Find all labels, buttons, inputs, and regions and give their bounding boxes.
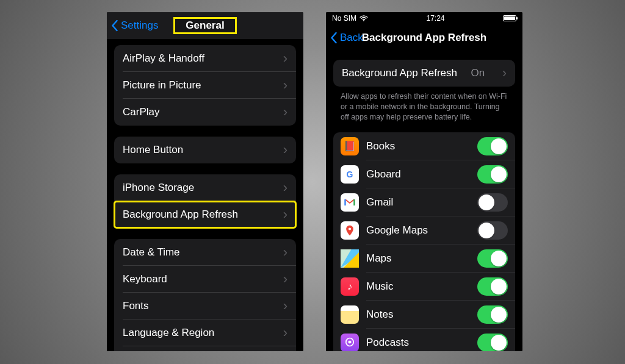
settings-list[interactable]: AirPlay & Handoff›Picture in Picture›Car… xyxy=(107,39,303,351)
notes-icon xyxy=(341,305,359,324)
gmail-icon xyxy=(341,193,359,212)
row-label: Background App Refresh xyxy=(123,209,238,221)
settings-row[interactable]: iPhone Storage› xyxy=(114,174,296,201)
toggle-switch[interactable] xyxy=(477,221,508,240)
app-label: Google Maps xyxy=(366,224,428,237)
settings-row[interactable]: CarPlay› xyxy=(114,99,296,126)
app-label: Music xyxy=(366,280,393,293)
music-icon: ♪ xyxy=(341,277,359,296)
row-label: CarPlay xyxy=(123,106,159,118)
app-label: Maps xyxy=(366,252,392,265)
master-toggle-label: Background App Refresh xyxy=(342,67,457,79)
wifi-icon xyxy=(359,15,368,21)
left-phone-general-settings: Settings General AirPlay & Handoff›Pictu… xyxy=(107,12,303,351)
master-toggle-value: On xyxy=(471,67,485,79)
toggle-switch[interactable] xyxy=(477,305,508,324)
app-row: ⦿Podcasts xyxy=(333,329,515,351)
row-label: Home Button xyxy=(123,144,183,156)
status-bar: No SIM 17:24 xyxy=(326,12,522,24)
app-label: Notes xyxy=(366,309,393,321)
row-label: Date & Time xyxy=(123,246,180,259)
svg-point-0 xyxy=(363,20,364,21)
settings-row[interactable]: Home Button› xyxy=(114,137,296,163)
toggle-switch[interactable] xyxy=(477,193,508,212)
settings-row[interactable]: Date & Time› xyxy=(114,239,296,266)
settings-row[interactable]: Language & Region› xyxy=(114,319,296,346)
app-row: Notes xyxy=(333,301,515,329)
clock: 17:24 xyxy=(426,14,444,23)
right-phone-background-refresh: No SIM 17:24 Back Background App Refresh… xyxy=(326,12,522,351)
toggle-switch[interactable] xyxy=(477,249,508,268)
back-label: Settings xyxy=(121,20,158,32)
app-label: Podcasts xyxy=(366,337,409,349)
toggle-switch[interactable] xyxy=(477,137,508,155)
carrier-label: No SIM xyxy=(332,14,356,23)
app-row: Gmail xyxy=(333,188,515,216)
row-label: Fonts xyxy=(123,300,149,312)
gboard-icon: G xyxy=(341,165,359,184)
row-label: Language & Region xyxy=(123,327,214,339)
row-label: iPhone Storage xyxy=(123,182,194,194)
books-icon: 📕 xyxy=(341,137,359,155)
maps-icon xyxy=(341,249,359,268)
toggle-switch[interactable] xyxy=(477,334,508,351)
app-row: 📕Books xyxy=(333,132,515,160)
toggle-switch[interactable] xyxy=(477,165,508,184)
settings-row[interactable]: AirPlay & Handoff› xyxy=(114,45,296,72)
battery-icon xyxy=(503,15,516,21)
settings-row[interactable]: Keyboard› xyxy=(114,266,296,293)
svg-point-1 xyxy=(349,227,351,230)
master-toggle-row[interactable]: Background App Refresh On › xyxy=(333,60,515,87)
settings-row[interactable]: Dictionary› xyxy=(114,346,296,351)
chevron-left-icon xyxy=(110,20,118,32)
podcasts-icon: ⦿ xyxy=(341,334,359,351)
section-footer: Allow apps to refresh their content when… xyxy=(326,87,522,130)
app-row: ♪Music xyxy=(333,273,515,301)
row-label: AirPlay & Handoff xyxy=(123,52,204,65)
app-label: Gboard xyxy=(366,168,401,180)
row-label: Keyboard xyxy=(123,273,167,285)
chevron-left-icon xyxy=(330,32,338,44)
settings-row[interactable]: Fonts› xyxy=(114,293,296,319)
navbar: Settings General xyxy=(107,12,303,39)
gmaps-icon xyxy=(341,221,359,240)
back-button[interactable]: Settings xyxy=(110,12,158,39)
app-row: Google Maps xyxy=(333,216,515,244)
page-title: General xyxy=(175,18,235,33)
app-row: GGboard xyxy=(333,160,515,188)
settings-row[interactable]: Background App Refresh› xyxy=(114,201,296,228)
toggle-switch[interactable] xyxy=(477,277,508,296)
navbar: Back Background App Refresh xyxy=(326,24,522,51)
settings-row[interactable]: Picture in Picture› xyxy=(114,72,296,99)
page-title: Background App Refresh xyxy=(362,32,486,44)
row-label: Picture in Picture xyxy=(123,79,201,91)
app-label: Books xyxy=(366,140,395,152)
app-label: Gmail xyxy=(366,196,393,209)
back-button[interactable]: Back xyxy=(330,24,363,51)
refresh-settings-list[interactable]: Background App Refresh On › Allow apps t… xyxy=(326,51,522,351)
app-row: Maps xyxy=(333,244,515,273)
back-label: Back xyxy=(340,32,363,44)
